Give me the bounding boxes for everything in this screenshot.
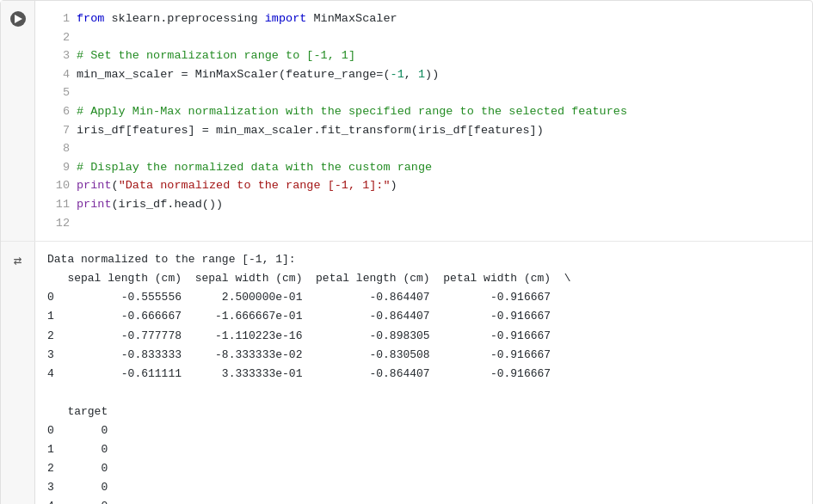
output-content: Data normalized to the range [-1, 1]: se…	[35, 242, 812, 504]
output-target-header: target	[47, 405, 108, 418]
output-arrow-icon: ⇄	[14, 252, 22, 269]
output-target-0: 0 0	[47, 424, 108, 437]
print-fn-2: print	[77, 198, 112, 211]
keyword-import: import	[265, 12, 307, 25]
keyword-from: from	[77, 12, 104, 25]
code-text: min_max_scaler = MinMaxScaler(feature_ra…	[77, 68, 391, 81]
output-row-4: 4 -0.611111 3.333333e-01 -0.864407 -0.91…	[47, 367, 551, 380]
run-button[interactable]	[1, 1, 35, 241]
output-target-3: 3 0	[47, 481, 108, 494]
output-col-headers: sepal length (cm) sepal width (cm) petal…	[47, 272, 571, 285]
run-icon	[10, 11, 26, 27]
output-target-1: 1 0	[47, 443, 108, 456]
play-triangle-icon	[15, 15, 22, 23]
code-line-7: iris_df[features] = min_max_scaler.fit_t…	[46, 124, 544, 230]
output-target-4: 4 0	[47, 500, 108, 504]
output-row-0: 0 -0.555556 2.500000e-01 -0.864407 -0.91…	[47, 291, 551, 304]
comment-2: # Apply Min-Max normalization with the s…	[77, 105, 627, 118]
code-text: (iris_df.head()) 12	[46, 198, 223, 230]
code-text: (	[112, 179, 119, 192]
code-text: ,	[404, 68, 418, 81]
line-11: 11	[46, 195, 70, 214]
output-cell: ⇄ Data normalized to the range [-1, 1]: …	[1, 242, 812, 504]
line-6: 6	[46, 102, 70, 121]
string-1: "Data normalized to the range [-1, 1]:"	[119, 179, 391, 192]
code-cell: 1from sklearn.preprocessing import MinMa…	[1, 1, 812, 242]
num-neg1: -1	[391, 68, 404, 81]
line-7: 7	[46, 121, 70, 140]
output-target-2: 2 0	[47, 462, 108, 475]
line-9: 9	[46, 158, 70, 177]
output-row-1: 1 -0.666667 -1.666667e-01 -0.864407 -0.9…	[47, 310, 551, 323]
line-1: 1	[46, 9, 70, 28]
line-12: 12	[46, 214, 70, 233]
line-4: 4	[46, 65, 70, 84]
code-editor[interactable]: 1from sklearn.preprocessing import MinMa…	[35, 1, 812, 241]
line-3: 3	[46, 46, 70, 65]
code-text: MinMaxScaler 2 3# Set the normalization …	[46, 12, 627, 230]
notebook-cell: 1from sklearn.preprocessing import MinMa…	[0, 0, 813, 504]
code-text: sklearn.preprocessing	[104, 12, 264, 25]
output-row-3: 3 -0.833333 -8.333333e-02 -0.830508 -0.9…	[47, 348, 551, 361]
line-8: 8	[46, 139, 70, 158]
line-10: 10	[46, 176, 70, 195]
comment-3: # Display the normalized data with the c…	[77, 161, 432, 174]
output-header: Data normalized to the range [-1, 1]:	[47, 253, 296, 266]
output-row-2: 2 -0.777778 -1.110223e-16 -0.898305 -0.9…	[47, 329, 551, 342]
code-text: )) 5 6# Apply Min-Max normalization with…	[46, 68, 627, 230]
comment-1: # Set the normalization range to [-1, 1]	[77, 49, 355, 62]
num-1: 1	[418, 68, 425, 81]
line-5: 5	[46, 83, 70, 102]
print-fn-1: print	[77, 179, 112, 192]
output-icon-area: ⇄	[1, 242, 35, 504]
line-2: 2	[46, 28, 70, 47]
